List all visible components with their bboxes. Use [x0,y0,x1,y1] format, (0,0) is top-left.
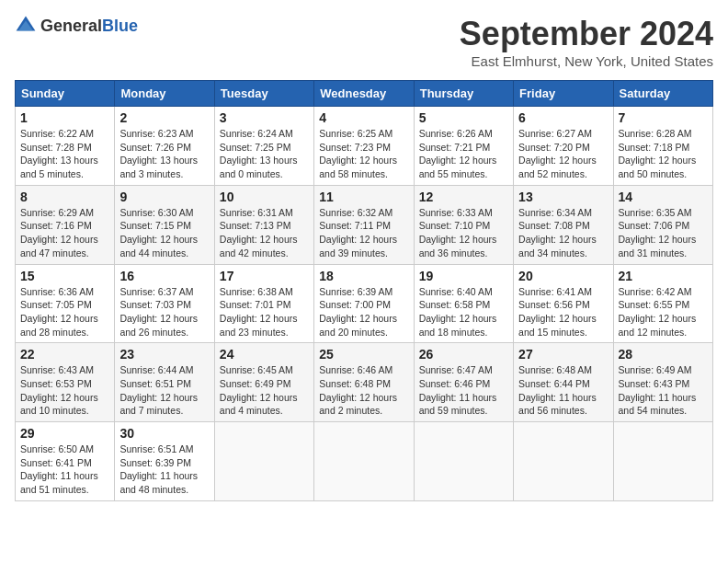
calendar-cell: 16Sunrise: 6:37 AMSunset: 7:03 PMDayligh… [115,264,214,343]
calendar-table: SundayMondayTuesdayWednesdayThursdayFrid… [15,80,713,501]
day-info: Sunrise: 6:47 AMSunset: 6:46 PMDaylight:… [419,363,508,418]
day-number: 29 [20,426,109,441]
page-header: GeneralBlue September 2024 East Elmhurst… [15,15,713,69]
calendar-cell: 8Sunrise: 6:29 AMSunset: 7:16 PMDaylight… [16,185,115,264]
week-row-3: 15Sunrise: 6:36 AMSunset: 7:05 PMDayligh… [16,264,713,343]
day-info: Sunrise: 6:50 AMSunset: 6:41 PMDaylight:… [20,442,109,497]
calendar-cell: 20Sunrise: 6:41 AMSunset: 6:56 PMDayligh… [514,264,613,343]
calendar-cell: 23Sunrise: 6:44 AMSunset: 6:51 PMDayligh… [115,343,214,422]
weekday-header-wednesday: Wednesday [314,81,414,107]
day-number: 30 [119,426,209,441]
location-title: East Elmhurst, New York, United States [460,53,713,69]
day-number: 28 [619,347,708,362]
day-number: 3 [220,110,309,125]
weekday-header-thursday: Thursday [414,81,513,107]
day-info: Sunrise: 6:23 AMSunset: 7:26 PMDaylight:… [119,127,209,181]
day-info: Sunrise: 6:27 AMSunset: 7:20 PMDaylight:… [518,127,608,181]
day-number: 20 [518,269,608,283]
weekday-header-row: SundayMondayTuesdayWednesdayThursdayFrid… [16,81,713,107]
week-row-2: 8Sunrise: 6:29 AMSunset: 7:16 PMDaylight… [16,185,713,264]
day-number: 22 [20,347,109,362]
day-number: 6 [518,110,608,125]
calendar-cell: 18Sunrise: 6:39 AMSunset: 7:00 PMDayligh… [314,264,414,343]
calendar-cell: 30Sunrise: 6:51 AMSunset: 6:39 PMDayligh… [115,422,214,501]
day-number: 25 [319,347,408,362]
day-number: 1 [20,110,109,125]
day-number: 19 [419,269,508,283]
day-info: Sunrise: 6:33 AMSunset: 7:10 PMDaylight:… [419,206,508,260]
calendar-cell: 12Sunrise: 6:33 AMSunset: 7:10 PMDayligh… [414,185,513,264]
day-info: Sunrise: 6:49 AMSunset: 6:43 PMDaylight:… [619,363,708,418]
day-info: Sunrise: 6:41 AMSunset: 6:56 PMDaylight:… [518,285,608,339]
day-info: Sunrise: 6:42 AMSunset: 6:55 PMDaylight:… [619,285,708,339]
day-info: Sunrise: 6:22 AMSunset: 7:28 PMDaylight:… [20,127,109,181]
day-info: Sunrise: 6:30 AMSunset: 7:15 PMDaylight:… [119,206,209,260]
calendar-cell: 9Sunrise: 6:30 AMSunset: 7:15 PMDaylight… [115,185,214,264]
calendar-cell: 2Sunrise: 6:23 AMSunset: 7:26 PMDaylight… [115,107,214,186]
day-info: Sunrise: 6:43 AMSunset: 6:53 PMDaylight:… [20,363,109,418]
calendar-cell: 19Sunrise: 6:40 AMSunset: 6:58 PMDayligh… [414,264,513,343]
calendar-cell [514,422,613,501]
weekday-header-sunday: Sunday [16,81,115,107]
week-row-4: 22Sunrise: 6:43 AMSunset: 6:53 PMDayligh… [16,343,713,422]
calendar-cell: 27Sunrise: 6:48 AMSunset: 6:44 PMDayligh… [514,343,613,422]
calendar-cell [214,422,313,501]
day-number: 27 [518,347,608,362]
calendar-cell: 24Sunrise: 6:45 AMSunset: 6:49 PMDayligh… [214,343,313,422]
calendar-cell: 5Sunrise: 6:26 AMSunset: 7:21 PMDaylight… [414,107,513,186]
day-info: Sunrise: 6:28 AMSunset: 7:18 PMDaylight:… [619,127,708,181]
day-info: Sunrise: 6:39 AMSunset: 7:00 PMDaylight:… [319,285,408,339]
calendar-cell [414,422,513,501]
day-number: 21 [619,269,708,283]
week-row-1: 1Sunrise: 6:22 AMSunset: 7:28 PMDaylight… [16,107,713,186]
day-info: Sunrise: 6:32 AMSunset: 7:11 PMDaylight:… [319,206,408,260]
day-info: Sunrise: 6:51 AMSunset: 6:39 PMDaylight:… [119,442,209,497]
day-number: 16 [119,269,209,283]
week-row-5: 29Sunrise: 6:50 AMSunset: 6:41 PMDayligh… [16,422,713,501]
calendar-cell: 10Sunrise: 6:31 AMSunset: 7:13 PMDayligh… [214,185,313,264]
calendar-cell [314,422,414,501]
calendar-cell: 6Sunrise: 6:27 AMSunset: 7:20 PMDaylight… [514,107,613,186]
day-info: Sunrise: 6:29 AMSunset: 7:16 PMDaylight:… [20,206,109,260]
day-number: 8 [20,190,109,204]
calendar-cell: 25Sunrise: 6:46 AMSunset: 6:48 PMDayligh… [314,343,414,422]
day-info: Sunrise: 6:48 AMSunset: 6:44 PMDaylight:… [518,363,608,418]
weekday-header-saturday: Saturday [613,81,712,107]
day-number: 11 [319,190,408,204]
day-number: 10 [220,190,309,204]
calendar-cell: 17Sunrise: 6:38 AMSunset: 7:01 PMDayligh… [214,264,313,343]
day-info: Sunrise: 6:36 AMSunset: 7:05 PMDaylight:… [20,285,109,339]
day-info: Sunrise: 6:45 AMSunset: 6:49 PMDaylight:… [220,363,309,418]
day-number: 12 [419,190,508,204]
calendar-cell: 22Sunrise: 6:43 AMSunset: 6:53 PMDayligh… [16,343,115,422]
logo: GeneralBlue [15,15,138,37]
calendar-cell: 28Sunrise: 6:49 AMSunset: 6:43 PMDayligh… [613,343,712,422]
weekday-header-friday: Friday [514,81,613,107]
day-number: 7 [619,110,708,125]
calendar-cell [613,422,712,501]
calendar-cell: 3Sunrise: 6:24 AMSunset: 7:25 PMDaylight… [214,107,313,186]
day-info: Sunrise: 6:31 AMSunset: 7:13 PMDaylight:… [220,206,309,260]
general-blue-icon [15,15,37,37]
day-number: 23 [119,347,209,362]
day-info: Sunrise: 6:40 AMSunset: 6:58 PMDaylight:… [419,285,508,339]
calendar-cell: 11Sunrise: 6:32 AMSunset: 7:11 PMDayligh… [314,185,414,264]
day-info: Sunrise: 6:38 AMSunset: 7:01 PMDaylight:… [220,285,309,339]
day-number: 4 [319,110,408,125]
calendar-cell: 29Sunrise: 6:50 AMSunset: 6:41 PMDayligh… [16,422,115,501]
day-number: 18 [319,269,408,283]
day-info: Sunrise: 6:26 AMSunset: 7:21 PMDaylight:… [419,127,508,181]
day-number: 24 [220,347,309,362]
day-number: 9 [119,190,209,204]
day-info: Sunrise: 6:44 AMSunset: 6:51 PMDaylight:… [119,363,209,418]
logo-blue-text: Blue [102,17,138,35]
calendar-cell: 1Sunrise: 6:22 AMSunset: 7:28 PMDaylight… [16,107,115,186]
day-number: 5 [419,110,508,125]
day-info: Sunrise: 6:46 AMSunset: 6:48 PMDaylight:… [319,363,408,418]
calendar-cell: 4Sunrise: 6:25 AMSunset: 7:23 PMDaylight… [314,107,414,186]
calendar-cell: 14Sunrise: 6:35 AMSunset: 7:06 PMDayligh… [613,185,712,264]
day-number: 26 [419,347,508,362]
calendar-cell: 13Sunrise: 6:34 AMSunset: 7:08 PMDayligh… [514,185,613,264]
day-info: Sunrise: 6:25 AMSunset: 7:23 PMDaylight:… [319,127,408,181]
weekday-header-monday: Monday [115,81,214,107]
